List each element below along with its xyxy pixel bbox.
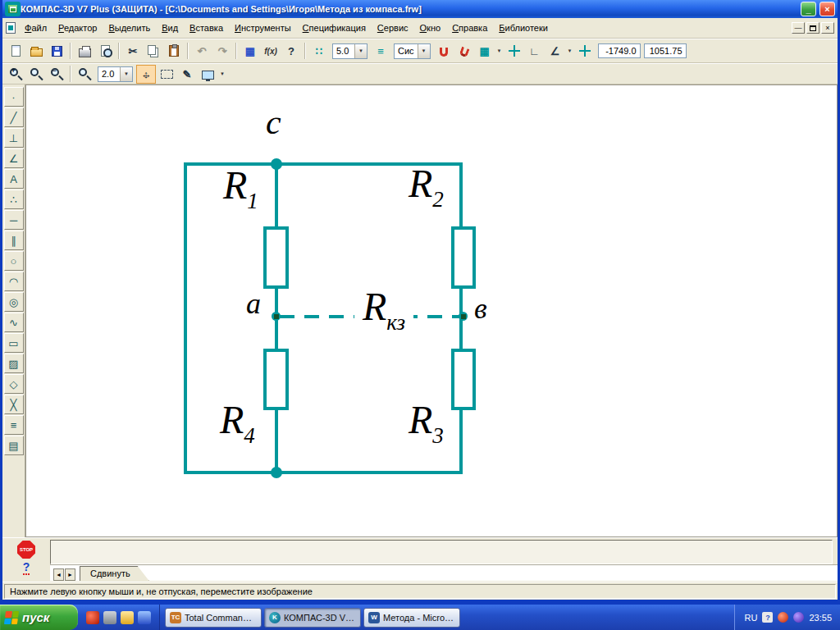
restore-button[interactable] [5,2,21,16]
show-page-frame-button[interactable] [157,65,176,84]
menu-insert[interactable]: Вставка [184,21,229,35]
refresh-image-button[interactable]: ✎ [177,65,197,84]
minimize-button[interactable]: _ [801,2,816,16]
tool-point-icon[interactable]: ∙ [4,87,24,107]
clock[interactable]: 23:55 [809,613,832,623]
tray-violet-icon[interactable] [793,612,804,623]
coordinate-y-field[interactable]: 1051.75 [644,43,687,58]
tool-line-icon[interactable]: ╱ [4,107,24,127]
zoom-area-button[interactable] [26,65,46,84]
command-help-button[interactable]: ? [23,561,30,575]
tool-erase-icon[interactable]: ╳ [4,395,24,414]
tab-scroll-right-icon[interactable]: ► [65,568,75,581]
menu-file[interactable]: Файл [19,21,52,35]
menu-window[interactable]: Окно [414,21,447,35]
tool-spline-icon[interactable]: ∿ [4,313,24,332]
interrupt-command-button[interactable]: STOP [17,541,35,559]
tool-segment-icon[interactable]: ─ [4,210,24,230]
menu-tools[interactable]: Инструменты [229,21,297,35]
close-button[interactable]: × [819,2,835,16]
property-message-field[interactable] [50,540,833,564]
step-dropdown-icon[interactable]: ▼ [354,44,367,58]
tool-polygon-icon[interactable]: ◇ [4,374,24,394]
cursor-coordinates-button[interactable] [575,42,595,61]
start-button[interactable]: пуск [0,605,78,630]
print-button[interactable] [75,42,94,61]
pan-button[interactable]: ↔↕ [136,65,156,84]
zoom-dropdown-icon[interactable]: ▼ [120,67,132,81]
menu-editor[interactable]: Редактор [52,21,103,35]
angle-snap-button[interactable]: ∠ [546,42,565,61]
new-document-button[interactable] [6,42,25,61]
menu-specification[interactable]: Спецификация [297,21,372,35]
taskbar-item-word[interactable]: W Метода - Microsoft ... [363,608,460,628]
tray-red-icon[interactable] [778,612,788,623]
current-step-value: 5.0 [333,46,354,56]
tool-circle-icon[interactable]: ○ [4,251,24,271]
tool-perpendicular-icon[interactable]: ⊥ [4,128,24,148]
paste-button[interactable] [164,42,184,61]
menu-view[interactable]: Вид [156,21,184,35]
window-title: КОМПАС-3D V7 Plus (ЗАЩИТА) - [C:\Documen… [21,4,797,14]
layer-dropdown-icon[interactable]: ▼ [418,44,430,58]
zoom-current-button[interactable] [75,65,94,84]
tool-ellipse-icon[interactable]: ◎ [4,292,24,312]
open-folder-icon [30,48,43,57]
mdi-restore-button[interactable] [806,22,819,34]
snaps-magnet-button[interactable] [434,42,454,61]
grid-toggle-button[interactable]: ▦ [475,42,495,61]
quick-launch-icon-4[interactable] [138,611,151,624]
ortho-mode-button[interactable]: ∟ [525,42,545,61]
copy-button[interactable] [144,42,163,61]
print-preview-button[interactable] [95,42,115,61]
angle-dropdown-icon[interactable]: ▼ [566,48,574,53]
tool-more-icon[interactable]: ▤ [4,436,24,455]
open-button[interactable] [26,42,46,61]
snap-settings-button[interactable]: ∷ [309,42,329,61]
context-help-button[interactable]: ? [281,42,301,61]
coordinate-x-field[interactable]: -1749.0 [598,43,641,58]
tool-points-icon[interactable]: ∴ [4,189,24,209]
language-indicator[interactable]: RU [745,613,758,623]
process-tab-move[interactable]: Сдвинуть [80,566,149,581]
mdi-close-button[interactable]: × [821,22,834,34]
layers-button[interactable]: ≡ [371,42,390,61]
cut-button[interactable]: ✂ [123,42,143,61]
tool-text-icon[interactable]: A [4,169,24,189]
tool-rectangle-icon[interactable]: ▭ [4,333,24,353]
tool-angle-icon[interactable]: ∠ [4,148,24,168]
tab-scroll-left-icon[interactable]: ◄ [53,568,64,581]
redo-button[interactable]: ↷ [212,42,232,61]
document-icon[interactable] [6,22,16,34]
tool-hatch-icon[interactable]: ▨ [4,354,24,373]
taskbar-item-kompas[interactable]: K КОМПАС-3D V7 Plus ... [264,608,361,628]
quick-launch-icon-2[interactable] [103,611,116,624]
grid-dropdown-icon[interactable]: ▼ [495,48,504,53]
show-all-dropdown-icon[interactable]: ▼ [218,71,226,76]
quick-launch-icon-1[interactable] [86,611,99,624]
mdi-minimize-button[interactable]: — [792,22,805,34]
current-zoom-combo[interactable]: 2.0 ▼ [98,66,133,82]
tool-arc-icon[interactable]: ◠ [4,272,24,291]
current-layer-combo[interactable]: Сис ▼ [394,43,431,59]
menu-help[interactable]: Справка [446,21,493,35]
drawing-canvas[interactable]: c R1 R2 Rкз R4 R3 a в [25,84,838,537]
current-step-combo[interactable]: 5.0 ▼ [332,43,368,59]
save-button[interactable] [47,42,66,61]
zoom-in-button[interactable]: + [6,65,25,84]
tool-parallel-icon[interactable]: ∥ [4,231,24,250]
variables-button[interactable]: f(x) [261,42,281,61]
undo-button[interactable]: ↶ [192,42,212,61]
tray-help-icon[interactable]: ? [762,612,773,623]
taskbar-item-total-commander[interactable]: TC Total Commander 6.0... [165,608,262,628]
zoom-out-button[interactable]: − [47,65,66,84]
quick-launch-icon-3[interactable] [121,611,134,624]
menu-libraries[interactable]: Библиотеки [493,21,554,35]
local-cs-button[interactable] [504,42,524,61]
tool-measure-icon[interactable]: ≡ [4,415,24,435]
spreadsheet-button[interactable]: ▦ [240,42,260,61]
local-snaps-button[interactable] [454,42,474,61]
show-all-button[interactable] [198,65,217,84]
menu-service[interactable]: Сервис [372,21,414,35]
menu-select[interactable]: Выделить [103,21,156,35]
